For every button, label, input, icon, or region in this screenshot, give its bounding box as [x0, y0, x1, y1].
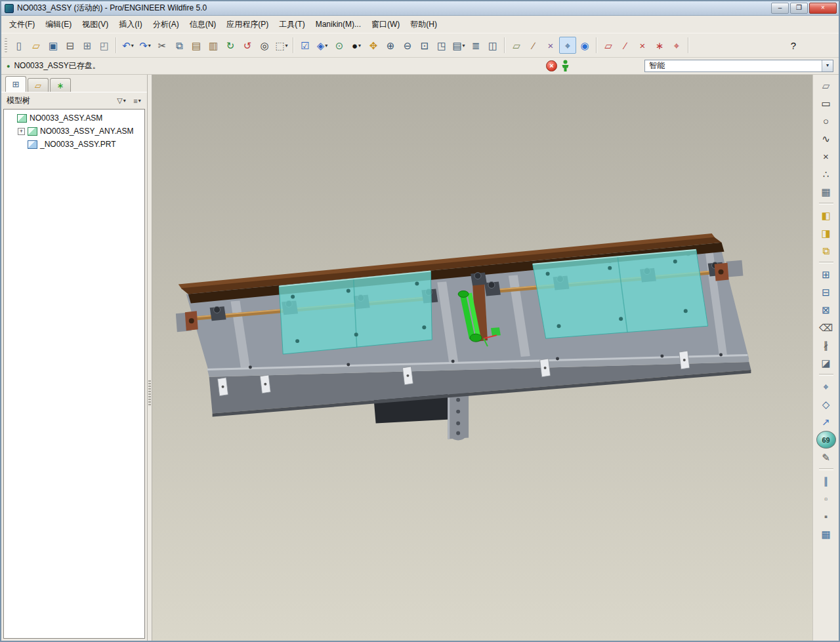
zoom-out-icon[interactable]: ⊖: [399, 37, 416, 54]
sketch-view-tool-icon[interactable]: ◇: [817, 395, 835, 413]
refit-icon[interactable]: ⊡: [416, 37, 433, 54]
annotation-planes-icon[interactable]: ▱: [600, 37, 617, 54]
dropdown-caret-icon[interactable]: ▾: [138, 98, 141, 104]
tree-expander[interactable]: +: [18, 128, 25, 135]
sketch-trim-tool-icon[interactable]: ◨: [817, 224, 835, 242]
sketch-region-tool-icon[interactable]: ◧: [817, 207, 835, 224]
close-button[interactable]: ×: [809, 3, 837, 14]
mirror-tool-icon[interactable]: ◪: [817, 354, 835, 372]
selection-filter-combo[interactable]: 智能 ▾: [644, 60, 833, 72]
tree-row[interactable]: NO0033_ASSY.ASM: [6, 111, 144, 125]
point-tool-icon[interactable]: ×: [817, 148, 835, 165]
chain-select-icon[interactable]: ◈▾: [314, 37, 331, 54]
model-tree-tab[interactable]: ⊞: [5, 76, 26, 92]
datum-planes-toggle[interactable]: ▱: [508, 37, 525, 54]
sketch-copy-tool-icon[interactable]: ⧉: [817, 242, 835, 260]
reorient-icon[interactable]: ◳: [433, 37, 450, 54]
note-tool-icon[interactable]: ✎: [817, 449, 835, 466]
small-tool-icon-1[interactable]: ▫: [817, 490, 835, 508]
menu-item-8[interactable]: Manikin(M)...: [310, 17, 366, 31]
tree-node-label[interactable]: NO0033_ASSY.ASM: [30, 113, 102, 123]
toolbar-grip[interactable]: [5, 38, 7, 52]
menu-item-2[interactable]: 视图(V): [77, 16, 114, 33]
annotation-points-icon[interactable]: ×: [634, 37, 651, 54]
regenerate-icon[interactable]: ↻: [222, 37, 239, 54]
context-help-icon[interactable]: ?: [785, 37, 802, 54]
saved-views-icon[interactable]: ▤▾: [450, 37, 467, 54]
menu-item-9[interactable]: 窗口(W): [366, 16, 405, 33]
annotation-axes-icon[interactable]: ∕: [617, 37, 634, 54]
copy-icon[interactable]: ⧉: [171, 37, 188, 54]
minimize-button[interactable]: –: [771, 3, 789, 14]
tree-node-label[interactable]: NO0033_ASSY_ANY.ASM: [40, 127, 134, 136]
tree-show-button[interactable]: ▽▾: [114, 94, 129, 108]
favorites-tab[interactable]: ∗: [50, 78, 71, 92]
small-tool-icon-2[interactable]: ▪: [817, 508, 835, 525]
new-file-icon[interactable]: ▯: [10, 37, 28, 54]
arrange-tool-icon[interactable]: ⊟: [817, 283, 835, 301]
tree-row[interactable]: _NO0033_ASSY.PRT: [6, 138, 144, 151]
menu-item-3[interactable]: 插入(I): [114, 16, 147, 33]
glass-panel-right[interactable]: [533, 250, 708, 338]
panel-splitter[interactable]: [147, 75, 152, 641]
spin-ball-badge[interactable]: 69: [816, 431, 836, 449]
find-icon[interactable]: ◎: [256, 37, 273, 54]
ellipse-tool-icon[interactable]: ○: [817, 112, 835, 130]
regen-manager-icon[interactable]: ↺: [239, 37, 256, 54]
annotation-symbols-icon[interactable]: ∗: [651, 37, 668, 54]
datum-axes-toggle[interactable]: ∕: [525, 37, 542, 54]
maximize-button[interactable]: ❐: [790, 3, 808, 14]
menu-item-4[interactable]: 分析(A): [148, 16, 184, 33]
undo-icon[interactable]: ↶▾: [119, 37, 136, 54]
dropdown-caret-icon[interactable]: ▾: [123, 98, 126, 104]
divide-tool-icon[interactable]: ∦: [817, 336, 835, 354]
paste-icon[interactable]: ▤: [188, 37, 205, 54]
view-manager-icon[interactable]: ◫: [484, 37, 501, 54]
pick-prefs-icon[interactable]: ☑: [297, 37, 314, 54]
dropdown-caret-icon[interactable]: ▾: [285, 43, 288, 49]
pan-icon[interactable]: ✥: [365, 37, 382, 54]
csys-toggle[interactable]: ⌖: [559, 37, 576, 54]
palette-tool-icon[interactable]: ⊞: [817, 266, 835, 283]
measure-tool-icon[interactable]: ∥: [817, 472, 835, 490]
csys-tool-icon[interactable]: ⌖: [817, 378, 835, 395]
tree-node-label[interactable]: _NO0033_ASSY.PRT: [40, 140, 116, 149]
paste-special-icon[interactable]: ▥: [205, 37, 222, 54]
layers-icon[interactable]: ≣: [467, 37, 484, 54]
menu-item-1[interactable]: 编辑(E): [40, 16, 77, 33]
preview-icon[interactable]: ◰: [96, 37, 113, 54]
open-folder-icon[interactable]: ▱: [28, 37, 45, 54]
trim-tool-icon[interactable]: ⌫: [817, 319, 835, 336]
datum-points-toggle[interactable]: ×: [542, 37, 559, 54]
manikin-icon[interactable]: [561, 60, 570, 72]
dropdown-caret-icon[interactable]: ▾: [463, 43, 465, 49]
select-arrow-tool-icon[interactable]: ↗: [817, 413, 835, 431]
glass-panel-left[interactable]: [279, 271, 432, 354]
redo-icon[interactable]: ↷▾: [136, 37, 154, 54]
print-icon[interactable]: ⊟: [62, 37, 79, 54]
pattern-tool-icon[interactable]: ▦: [817, 183, 835, 201]
splitter-handle-icon[interactable]: [148, 380, 151, 407]
menu-item-7[interactable]: 工具(T): [274, 16, 310, 33]
section-tool-icon[interactable]: ⊠: [817, 301, 835, 319]
select-box-icon[interactable]: ⬚▾: [273, 37, 290, 54]
tree-row[interactable]: +NO0033_ASSY_ANY.ASM: [6, 125, 144, 138]
save-icon[interactable]: ▣: [45, 37, 62, 54]
quick-print-icon[interactable]: ⊞: [79, 37, 96, 54]
points-offset-tool-icon[interactable]: ∴: [817, 165, 835, 183]
menu-item-10[interactable]: 帮助(H): [405, 16, 442, 33]
datum-plane-tool-icon[interactable]: ▱: [817, 77, 835, 94]
dropdown-caret-icon[interactable]: ▾: [358, 43, 361, 49]
tree-settings-button[interactable]: ≡▾: [129, 94, 145, 108]
assembly-model[interactable]: [176, 233, 751, 441]
dropdown-caret-icon[interactable]: ▾: [148, 43, 151, 49]
graphics-area[interactable]: [152, 75, 812, 641]
dropdown-caret-icon[interactable]: ▾: [131, 43, 134, 49]
dropdown-caret-icon[interactable]: ▾: [325, 43, 327, 49]
titlebar[interactable]: NO0033_ASSY (活动的) - Pro/ENGINEER Wildfir…: [1, 1, 839, 16]
stop-icon[interactable]: ×: [546, 60, 557, 71]
menu-item-6[interactable]: 应用程序(P): [221, 16, 274, 33]
cut-icon[interactable]: ✂: [154, 37, 171, 54]
display-style-icon[interactable]: ●▾: [348, 37, 365, 54]
assembly-model-canvas[interactable]: [152, 75, 812, 641]
